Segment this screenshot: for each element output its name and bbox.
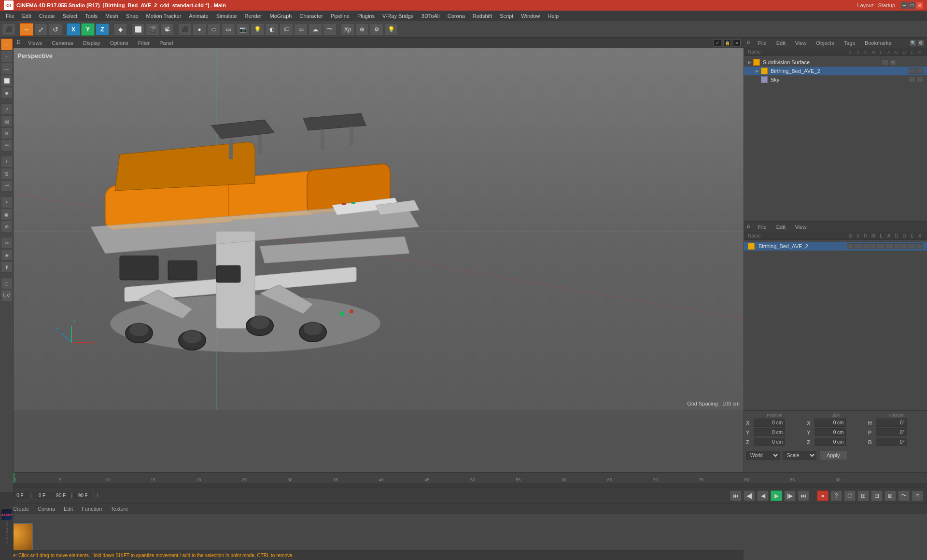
toolbar-cylinder[interactable]: ⬭ [207, 23, 221, 36]
go-to-start-btn[interactable]: ⏮ [730, 490, 742, 501]
viewport-tab-cameras[interactable]: Cameras [50, 39, 75, 47]
toolbar-camera[interactable]: 📷 [236, 23, 250, 36]
sidebar-bevel-icon[interactable]: ◈ [1, 249, 13, 261]
toolbar-bend[interactable]: 〜 [323, 23, 337, 36]
auto-key-btn[interactable]: ? [830, 490, 842, 501]
attr-flag[interactable] [885, 243, 892, 249]
viewport-tab-views[interactable]: Views [26, 39, 44, 47]
maximize-button[interactable]: □ [909, 2, 915, 9]
toolbar-plane[interactable]: ▭ [222, 23, 235, 36]
keyframe-btn[interactable]: ⬡ [844, 490, 856, 501]
attr-flag[interactable] [901, 243, 908, 249]
sidebar-line-icon[interactable]: / [1, 156, 13, 168]
menu-script[interactable]: Script [496, 12, 517, 20]
x-pos-input[interactable] [754, 419, 785, 427]
menu-plugins[interactable]: Plugins [353, 12, 379, 20]
sidebar-smooth-icon[interactable]: 〜 [1, 180, 13, 192]
sidebar-polypen-icon[interactable]: ✏ [1, 140, 13, 151]
timeline[interactable]: 0 5 10 15 20 25 30 35 40 45 50 55 60 65 … [0, 472, 927, 488]
timeline-btn[interactable]: ⊞ [857, 490, 869, 501]
layer-btn[interactable]: ≡ [912, 490, 923, 501]
menu-animate[interactable]: Animate [185, 12, 212, 20]
toolbar-light[interactable]: 💡 [251, 23, 264, 36]
toolbar-xpresso[interactable]: Xp [341, 23, 354, 36]
sidebar-move-icon[interactable]: ↔ [1, 39, 13, 50]
viewport-container[interactable]: ⠿ Views Cameras Display Options Filter P… [14, 38, 744, 410]
menu-pipeline[interactable]: Pipeline [327, 12, 353, 20]
toolbar-x-axis[interactable]: X [67, 23, 80, 36]
menu-mograph[interactable]: MoGraph [266, 12, 296, 20]
obj-search-icon[interactable]: 🔍 [910, 40, 916, 46]
sx-input[interactable] [815, 419, 846, 427]
obj-tab-file[interactable]: File [756, 39, 769, 47]
obj-settings-icon[interactable]: ⚙ [917, 40, 924, 46]
viewport-tab-options[interactable]: Options [108, 39, 130, 47]
menu-snap[interactable]: Snap [122, 12, 142, 20]
toolbar-z-axis[interactable]: Z [96, 23, 109, 36]
menu-redshift[interactable]: Redshift [469, 12, 496, 20]
sidebar-knife-icon[interactable]: ✂ [1, 237, 13, 249]
sidebar-brush-icon[interactable]: ◉ [1, 209, 13, 220]
menu-tools[interactable]: Tools [81, 12, 101, 20]
toolbar-sky[interactable]: ☁ [309, 23, 322, 36]
toolbar-floor[interactable]: ▭ [294, 23, 308, 36]
obj-flag-v[interactable]: ✓ [889, 59, 896, 65]
obj-tab-objects[interactable]: Objects [814, 39, 836, 47]
viewport-menu-btn[interactable]: ≡ [733, 39, 741, 47]
attr-flag[interactable] [870, 243, 877, 249]
play-btn[interactable]: ▶ [771, 490, 782, 501]
toolbar-obj-mode[interactable]: ◆ [113, 23, 127, 36]
mat-tab-corona[interactable]: Corona [36, 505, 57, 513]
sidebar-tweak-icon[interactable]: ↗ [1, 103, 13, 115]
menu-render[interactable]: Render [241, 12, 266, 20]
attr-flag[interactable] [893, 243, 900, 249]
sidebar-extrude-icon[interactable]: ⬆ [1, 261, 13, 273]
attr-flag[interactable] [862, 243, 869, 249]
menu-select[interactable]: Select [59, 12, 82, 20]
sy-input[interactable] [815, 428, 846, 436]
attr-tab-edit[interactable]: Edit [774, 223, 787, 231]
timeline-playhead[interactable] [14, 473, 14, 483]
toolbar-move-btn[interactable]: ↔ [20, 23, 33, 36]
attr-tab-view[interactable]: View [793, 223, 809, 231]
obj-tab-edit[interactable]: Edit [774, 39, 787, 47]
dope-sheet-btn[interactable]: ⊟ [871, 490, 883, 501]
sidebar-polys-icon[interactable]: ⬜ [1, 75, 13, 86]
tree-item-subdivision[interactable]: ▶ Subdivision Surface ✓ [744, 58, 927, 67]
attr-flag[interactable] [916, 243, 923, 249]
mat-tab-create[interactable]: Create [11, 505, 31, 513]
viewport-lock-btn[interactable]: 🔒 [723, 39, 731, 47]
toolbar-tag[interactable]: 🏷 [280, 23, 293, 36]
h-input[interactable] [876, 419, 907, 427]
obj-flag-v[interactable] [916, 68, 923, 74]
obj-tab-view[interactable]: View [793, 39, 809, 47]
sz-input[interactable] [815, 438, 846, 446]
sidebar-spline-icon[interactable]: S [1, 168, 13, 180]
y-pos-input[interactable] [754, 428, 785, 436]
obj-tab-tags[interactable]: Tags [842, 39, 857, 47]
close-button[interactable]: ✕ [916, 2, 923, 9]
toolbar-render-all[interactable]: 📽 [160, 23, 174, 36]
viewport-tab-panel[interactable]: Panel [157, 39, 175, 47]
sidebar-select-icon[interactable]: ▤ [1, 115, 13, 127]
sidebar-obj-icon[interactable]: ◆ [1, 87, 13, 98]
attr-selected-item[interactable]: Birthing_Bed_AVE_2 [744, 242, 927, 251]
menu-edit[interactable]: Edit [18, 12, 35, 20]
toolbar-mode-btn[interactable]: ⬛ [2, 23, 15, 36]
toolbar-sphere[interactable]: ● [193, 23, 206, 36]
mat-tab-function[interactable]: Function [80, 505, 104, 513]
z-pos-input[interactable] [754, 438, 785, 446]
menu-create[interactable]: Create [35, 12, 59, 20]
window-controls[interactable]: ─ □ ✕ [901, 2, 923, 9]
current-frame-input[interactable] [12, 492, 28, 499]
toolbar-render-active[interactable]: 🎬 [146, 23, 159, 36]
sidebar-magnet-icon[interactable]: ⌖ [1, 196, 13, 208]
mat-tab-edit[interactable]: Edit [62, 505, 75, 513]
tree-item-sky[interactable]: ▶ Sky [744, 75, 927, 84]
menu-3dto-all[interactable]: 3DToAll [418, 12, 444, 20]
menu-vray[interactable]: V-Ray Bridge [379, 12, 418, 20]
step-forward-btn[interactable]: |▶ [784, 490, 796, 501]
menu-character[interactable]: Character [295, 12, 326, 20]
toolbar-rotate-btn[interactable]: ↺ [49, 23, 62, 36]
toolbar-more[interactable]: 💡 [384, 23, 398, 36]
